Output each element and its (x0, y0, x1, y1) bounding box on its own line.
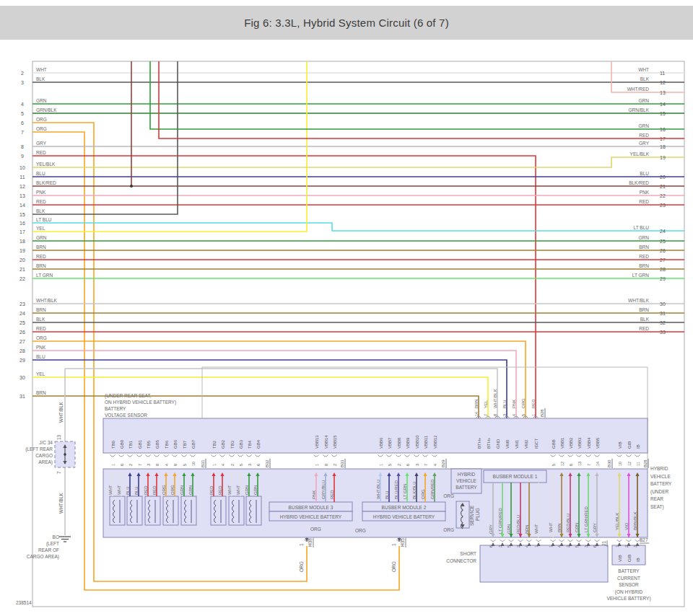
left-wire-label-13: PNK (36, 190, 46, 195)
label-12: 12 (560, 462, 565, 466)
label-blu: BLU (385, 490, 389, 499)
label-13: 13 (578, 462, 582, 466)
left-wire-label-26: RED (36, 326, 46, 331)
label-vio: VIO (624, 522, 629, 530)
sensor-pin-vm1: VM1 (515, 439, 519, 449)
right-wire-label-21: BLK/RED (629, 180, 649, 185)
left-wire-label-29: BLU (36, 354, 45, 359)
label-org: ORG (521, 398, 526, 408)
left-wire-label-19: BRN (36, 245, 46, 250)
left-pin-21: 21 (19, 267, 25, 272)
left-pin-7: 7 (21, 130, 24, 135)
label-brn-blk: BRN/BLK (633, 511, 637, 530)
left-wire-label-12: BLK/RED (36, 180, 56, 185)
label-org: ORG (299, 561, 304, 572)
right-pin-17: 17 (660, 136, 666, 141)
left-wire-label-11: BLU (36, 171, 45, 176)
label-4: 4 (165, 464, 169, 466)
left-pin-17: 17 (19, 229, 25, 234)
left-wire-label-6: ORG (36, 117, 47, 122)
junction-dot (130, 185, 133, 188)
label-red: RED (330, 490, 334, 499)
label-7: 7 (424, 464, 428, 466)
right-pin-31: 31 (660, 311, 666, 316)
label-5: 5 (239, 464, 243, 466)
left-wire-label-24: BRN (36, 307, 46, 312)
left-wire-label-5: GRN/BLK (36, 107, 57, 113)
right-pin-29: 29 (660, 276, 666, 281)
left-pin-30: 30 (19, 375, 25, 380)
label-org: ORG (443, 493, 454, 498)
left-wire-label-31: BRN (36, 390, 46, 395)
label-4: 4 (433, 464, 437, 466)
label-wht: WHT (236, 485, 240, 495)
label-2: 2 (397, 464, 401, 466)
label-blk-blu: BLK/BLU (412, 481, 417, 499)
left-wire-label-23: WHT/BLK (36, 298, 58, 303)
right-pin-19: 19 (660, 155, 666, 160)
label-wht: WHT (227, 485, 232, 495)
label-grn: GRN (253, 485, 258, 495)
label-org: ORG (310, 527, 321, 532)
label-8: 8 (155, 464, 160, 466)
right-wire-label-20: BLU (640, 171, 649, 176)
sensor-pin-vbb7: VBB7 (388, 437, 392, 449)
right-pin-23: 23 (660, 203, 666, 208)
label-wht: WHT (549, 522, 553, 532)
label-pnk: PNK (312, 490, 316, 499)
connector-b31: B31 (201, 459, 205, 467)
label-wht-blk: WHT/BLK (493, 389, 497, 408)
left-wire-label-2: WHT (36, 67, 47, 72)
label-5: 5 (552, 464, 556, 466)
label-red: RED (218, 485, 222, 495)
right-wire-label-22: PNK (640, 190, 650, 195)
right-pin-22: 22 (660, 193, 666, 198)
left-wire-label-30: YEL (36, 371, 45, 377)
hybrid-battery-right-label-line-5: SEAT) (650, 504, 664, 510)
right-wire-label-13: WHT/RED (627, 87, 650, 92)
battery-current-sensor-label-line-0: BATTERY (618, 568, 640, 573)
label-gry: GRY (593, 523, 597, 532)
right-wire-label-29: LT GRN (632, 273, 650, 278)
short-connector-label-line-0: SHORT (460, 551, 476, 556)
jc34-label-line-1: (LEFT REAR (25, 446, 53, 452)
connector-b29: B29 (441, 459, 445, 467)
right-wire-label-30: WHT/BLK (628, 298, 650, 303)
label-brn: BRN (525, 524, 529, 534)
left-pin-11: 11 (19, 175, 25, 180)
right-wire-label-12: BLK (640, 76, 650, 82)
label-wht-blk: WHT/BLK (58, 401, 64, 423)
jc34-label-line-3: AREA) (38, 459, 53, 465)
right-pin-12: 12 (660, 80, 666, 85)
left-wire-label-4: GRN (36, 98, 47, 103)
bo-ground-label-line-0: BO (53, 534, 59, 540)
bcs-pin-vib: VIB (618, 555, 622, 562)
label-2: 2 (230, 464, 235, 466)
label-red-blu: RED/BLU (516, 515, 520, 534)
label-10: 10 (618, 462, 622, 466)
right-wire-label-14: GRN (639, 98, 650, 103)
label-7: 7 (138, 464, 142, 466)
left-pin-24: 24 (19, 311, 25, 316)
sensor-pin-tb1: TB1 (128, 440, 133, 449)
sensor-pin-vbb3: VBB3 (578, 437, 582, 449)
sensor-pin-igct: IGCT (534, 438, 539, 449)
sensor-pin-gb7: GB7 (191, 439, 196, 449)
label-red: RED (152, 485, 157, 495)
label-grn: GRN (180, 485, 184, 495)
page: Fig 6: 3.3L, Hybrid System Circuit (6 of… (0, 0, 693, 616)
left-wire-label-9: RED (36, 150, 46, 155)
label-wht: WHT (117, 485, 121, 495)
sensor-pin-vm0: VM0 (505, 439, 510, 449)
left-pin-26: 26 (19, 330, 25, 335)
label-2: 2 (333, 464, 337, 466)
sensor-caption-line-1: ON HYBRID VEHICLE BATTERY) (105, 400, 176, 405)
right-wire-label-25: GRN (639, 235, 650, 240)
label-7: 7 (587, 464, 591, 466)
sensor-pin-tb2: TB2 (212, 440, 217, 449)
right-wire-label-15: GRN/BLK (628, 107, 649, 113)
label-org: ORG (443, 527, 454, 532)
right-pin-15: 15 (660, 111, 666, 116)
label-7: 7 (56, 471, 61, 474)
sensor-pin-tb3: TB3 (230, 440, 235, 449)
